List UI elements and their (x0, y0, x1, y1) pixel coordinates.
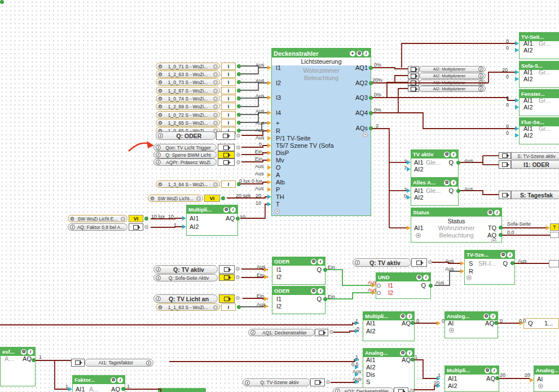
flag-icon[interactable] (499, 152, 511, 159)
diagram-canvas[interactable]: Deckenstrahler Lichtsteuerung Wohnzimmer… (0, 0, 559, 392)
input-symbol-box[interactable]: I (221, 119, 236, 126)
gear-icon[interactable] (158, 88, 162, 94)
gear-icon[interactable] (70, 216, 74, 222)
sensor-ref[interactable]: 1_2_63 S - WoZi... (156, 71, 220, 78)
flag-icon[interactable] (218, 151, 235, 158)
flag-icon[interactable] (394, 387, 408, 392)
sensor-ref[interactable]: 1_0_71 S - WoZi... (156, 63, 220, 70)
plus-icon[interactable]: + (449, 328, 454, 333)
gear-icon[interactable] (400, 350, 406, 356)
info-icon[interactable] (250, 330, 256, 335)
info-icon[interactable] (355, 260, 360, 265)
gear-icon[interactable] (500, 252, 506, 258)
flag-icon[interactable] (71, 359, 85, 367)
flag-icon[interactable] (219, 294, 235, 303)
sensor-ref[interactable]: 1_0_72 S - WoZi... (156, 111, 220, 118)
input-symbol-box[interactable]: I (221, 63, 236, 70)
plus-icon[interactable]: + (275, 209, 280, 214)
ref-s-tagesfaktor[interactable]: S: Tagesfak (511, 191, 559, 199)
info-icon[interactable] (156, 145, 161, 150)
gear-icon[interactable] (158, 182, 162, 187)
flag-icon[interactable] (219, 265, 235, 274)
ref-s-tv-szene-aktiv[interactable]: S: TV-Szene aktiv (511, 152, 559, 160)
info-icon[interactable] (478, 67, 483, 72)
gear-icon[interactable] (150, 196, 155, 201)
gear-icon[interactable] (158, 80, 162, 85)
gear-icon[interactable] (158, 72, 162, 77)
input-symbol-box[interactable]: VI (129, 215, 143, 222)
ref-q-tv-szene-aktiv[interactable]: Q: TV-Szene aktiv (243, 378, 310, 386)
sensor-ref[interactable]: 1_0_74 S - WoZi... (156, 95, 220, 102)
flag-icon[interactable] (408, 66, 419, 72)
sensor-ref[interactable]: 1_0_73 S - WoZi... (156, 78, 220, 86)
gear-icon[interactable] (311, 259, 316, 265)
input-symbol-box[interactable]: I (221, 95, 236, 102)
gear-icon[interactable] (416, 275, 422, 280)
flag-icon[interactable] (219, 274, 235, 281)
info-icon[interactable] (156, 296, 161, 301)
info-icon[interactable] (245, 380, 250, 385)
ref-q-sofa-seite-aktiv[interactable]: Q: Sofa-Seite Aktiv (153, 274, 218, 281)
ref-ai2-multiplizierer[interactable]: AI2: Multiplizierer (419, 86, 486, 92)
gear-icon[interactable] (400, 314, 406, 319)
gear-icon[interactable] (485, 368, 490, 373)
edge-box-aus[interactable] (549, 260, 559, 267)
ref-aq2-deckenstrahler[interactable]: AQ2: Deckenstrahler (333, 387, 394, 392)
flag-icon[interactable] (216, 131, 235, 140)
ref-ai2-multiplizierer[interactable]: AI2: Multiplizierer (419, 66, 486, 72)
sensor-ref-sw-wozi-e[interactable]: SW WoZi Licht E... (68, 215, 127, 222)
info-icon[interactable] (146, 360, 151, 365)
ref-qon-tv-licht-trigger[interactable]: Qon: TV Licht Trigger (153, 144, 217, 151)
info-icon[interactable] (490, 314, 496, 319)
ref-aqpr-praesenz-wozi[interactable]: AQPr: Präsenz WoZi (153, 158, 217, 166)
info-icon[interactable] (451, 180, 456, 186)
block-tagesfaktor[interactable]: esf... (0, 347, 36, 386)
gear-icon[interactable] (21, 349, 27, 355)
flag-icon[interactable] (408, 80, 419, 86)
flag-icon[interactable] (408, 86, 419, 92)
input-symbol-box[interactable]: I (221, 71, 236, 78)
flag-icon[interactable] (310, 378, 325, 386)
gear-icon[interactable] (158, 96, 162, 102)
info-icon[interactable] (318, 259, 323, 265)
info-icon[interactable] (335, 389, 340, 392)
info-icon[interactable] (363, 51, 369, 56)
sensor-ref-sw-wozi[interactable]: SW WoZi Licht... (148, 195, 203, 202)
plus-icon[interactable]: + (466, 275, 472, 280)
flag-icon[interactable] (499, 160, 511, 169)
flag-icon[interactable] (218, 158, 235, 166)
sensor-ref[interactable]: 1_2_69 S - WoZi... (156, 103, 220, 110)
info-icon[interactable] (478, 73, 483, 78)
gear-icon[interactable] (311, 288, 316, 294)
gear-icon[interactable] (158, 112, 162, 118)
info-icon[interactable] (478, 80, 483, 85)
gear-icon[interactable] (223, 207, 229, 213)
ref-aq-faktor[interactable]: AQ: Faktor 0,8 bel A... (68, 223, 127, 231)
plus-icon[interactable]: + (491, 238, 496, 243)
gear-icon[interactable] (487, 210, 493, 215)
flag-icon[interactable] (315, 329, 328, 336)
input-symbol-box[interactable]: I (221, 78, 236, 86)
gear-icon[interactable] (483, 314, 489, 319)
info-icon[interactable] (158, 133, 163, 138)
info-icon[interactable] (423, 275, 429, 280)
input-symbol-box[interactable]: I (221, 87, 236, 94)
info-icon[interactable] (117, 377, 123, 383)
input-symbol-box[interactable]: I (221, 103, 236, 110)
input-symbol-box[interactable]: I (221, 180, 236, 188)
sensor-ref-1163[interactable]: 1_1_63 S - WoZi... (156, 303, 220, 311)
info-icon[interactable] (407, 314, 412, 319)
info-icon[interactable] (507, 252, 513, 258)
ref-ai1-tagesfaktor[interactable]: AI1: Tagesfaktor (85, 359, 153, 367)
gear-icon[interactable] (356, 51, 362, 56)
flag-icon[interactable] (218, 144, 235, 151)
ref-ai2-multiplizierer[interactable]: AI2: Multiplizierer (419, 73, 486, 79)
sensor-ref[interactable]: 1_2_65 S - WoZi... (156, 119, 220, 126)
flag-icon[interactable] (408, 73, 419, 79)
edge-box-t[interactable]: T (550, 223, 559, 231)
ref-q-tv-aktiv-2[interactable]: Q: TV aktiv (353, 258, 411, 267)
info-icon[interactable] (156, 275, 161, 280)
move-icon[interactable] (350, 51, 355, 56)
gear-icon[interactable] (158, 305, 162, 310)
gear-icon[interactable] (444, 180, 450, 186)
